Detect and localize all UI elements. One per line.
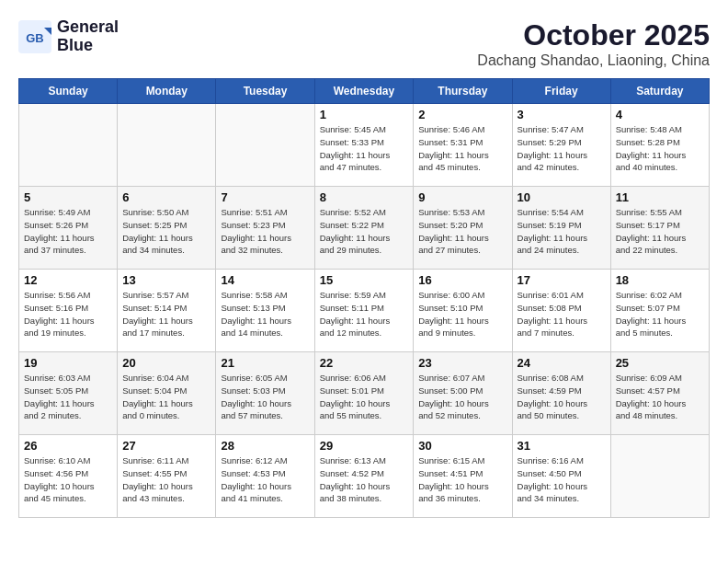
- day-cell-26: 26Sunrise: 6:10 AM Sunset: 4:56 PM Dayli…: [19, 435, 118, 518]
- day-number: 31: [518, 439, 606, 453]
- day-cell-3: 3Sunrise: 5:47 AM Sunset: 5:29 PM Daylig…: [512, 104, 610, 187]
- title-block: October 2025 Dachang Shandao, Liaoning, …: [477, 18, 710, 69]
- day-number: 12: [24, 273, 112, 287]
- day-number: 19: [24, 356, 112, 370]
- day-cell-28: 28Sunrise: 6:12 AM Sunset: 4:53 PM Dayli…: [216, 435, 314, 518]
- day-cell-6: 6Sunrise: 5:50 AM Sunset: 5:25 PM Daylig…: [118, 187, 216, 270]
- day-number: 21: [221, 356, 309, 370]
- page-header: GB General Blue October 2025 Dachang Sha…: [18, 18, 710, 69]
- day-number: 7: [221, 190, 309, 204]
- day-number: 26: [24, 439, 112, 453]
- weekday-header-wednesday: Wednesday: [314, 79, 414, 104]
- day-cell-14: 14Sunrise: 5:58 AM Sunset: 5:13 PM Dayli…: [216, 270, 314, 352]
- day-info: Sunrise: 5:56 AM Sunset: 5:16 PM Dayligh…: [24, 289, 112, 339]
- day-info: Sunrise: 6:00 AM Sunset: 5:10 PM Dayligh…: [418, 289, 506, 339]
- weekday-header-thursday: Thursday: [414, 79, 512, 104]
- calendar-week-3: 12Sunrise: 5:56 AM Sunset: 5:16 PM Dayli…: [19, 270, 710, 352]
- day-info: Sunrise: 6:06 AM Sunset: 5:01 PM Dayligh…: [320, 372, 409, 422]
- weekday-header-tuesday: Tuesday: [216, 79, 314, 104]
- day-cell-31: 31Sunrise: 6:16 AM Sunset: 4:50 PM Dayli…: [512, 435, 610, 518]
- empty-cell: [118, 104, 216, 187]
- day-info: Sunrise: 5:48 AM Sunset: 5:28 PM Dayligh…: [616, 123, 704, 174]
- day-cell-24: 24Sunrise: 6:08 AM Sunset: 4:59 PM Dayli…: [512, 352, 610, 435]
- calendar-week-5: 26Sunrise: 6:10 AM Sunset: 4:56 PM Dayli…: [19, 435, 710, 518]
- day-cell-2: 2Sunrise: 5:46 AM Sunset: 5:31 PM Daylig…: [414, 104, 512, 187]
- day-cell-11: 11Sunrise: 5:55 AM Sunset: 5:17 PM Dayli…: [610, 187, 709, 270]
- day-number: 3: [518, 108, 606, 121]
- day-number: 24: [518, 356, 606, 370]
- day-info: Sunrise: 6:04 AM Sunset: 5:04 PM Dayligh…: [122, 372, 210, 422]
- day-cell-13: 13Sunrise: 5:57 AM Sunset: 5:14 PM Dayli…: [118, 270, 216, 352]
- day-number: 2: [418, 108, 506, 121]
- day-number: 15: [320, 273, 409, 287]
- weekday-header-saturday: Saturday: [610, 79, 709, 104]
- day-number: 20: [122, 356, 210, 370]
- day-number: 18: [616, 273, 704, 287]
- day-number: 13: [122, 273, 210, 287]
- day-number: 14: [221, 273, 309, 287]
- day-info: Sunrise: 5:54 AM Sunset: 5:19 PM Dayligh…: [518, 206, 606, 257]
- day-cell-30: 30Sunrise: 6:15 AM Sunset: 4:51 PM Dayli…: [414, 435, 512, 518]
- day-cell-27: 27Sunrise: 6:11 AM Sunset: 4:55 PM Dayli…: [118, 435, 216, 518]
- empty-cell: [19, 104, 118, 187]
- day-info: Sunrise: 5:49 AM Sunset: 5:26 PM Dayligh…: [24, 206, 112, 257]
- day-number: 29: [320, 439, 409, 453]
- day-number: 10: [518, 190, 606, 204]
- day-info: Sunrise: 5:55 AM Sunset: 5:17 PM Dayligh…: [616, 206, 704, 257]
- calendar-week-1: 1Sunrise: 5:45 AM Sunset: 5:33 PM Daylig…: [19, 104, 710, 187]
- day-cell-15: 15Sunrise: 5:59 AM Sunset: 5:11 PM Dayli…: [314, 270, 414, 352]
- day-number: 28: [221, 439, 309, 453]
- day-cell-10: 10Sunrise: 5:54 AM Sunset: 5:19 PM Dayli…: [512, 187, 610, 270]
- day-info: Sunrise: 5:57 AM Sunset: 5:14 PM Dayligh…: [122, 289, 210, 339]
- day-cell-19: 19Sunrise: 6:03 AM Sunset: 5:05 PM Dayli…: [19, 352, 118, 435]
- day-info: Sunrise: 5:45 AM Sunset: 5:33 PM Dayligh…: [320, 123, 409, 174]
- weekday-header-row: SundayMondayTuesdayWednesdayThursdayFrid…: [19, 79, 710, 104]
- day-info: Sunrise: 5:52 AM Sunset: 5:22 PM Dayligh…: [320, 206, 409, 257]
- day-info: Sunrise: 6:01 AM Sunset: 5:08 PM Dayligh…: [518, 289, 606, 339]
- location-title: Dachang Shandao, Liaoning, China: [477, 52, 710, 69]
- month-title: October 2025: [477, 18, 710, 52]
- day-info: Sunrise: 6:12 AM Sunset: 4:53 PM Dayligh…: [221, 454, 309, 505]
- day-cell-1: 1Sunrise: 5:45 AM Sunset: 5:33 PM Daylig…: [314, 104, 414, 187]
- day-number: 16: [418, 273, 506, 287]
- day-info: Sunrise: 5:53 AM Sunset: 5:20 PM Dayligh…: [418, 206, 506, 257]
- day-info: Sunrise: 5:46 AM Sunset: 5:31 PM Dayligh…: [418, 123, 506, 174]
- day-number: 5: [24, 190, 112, 204]
- day-cell-12: 12Sunrise: 5:56 AM Sunset: 5:16 PM Dayli…: [19, 270, 118, 352]
- weekday-header-monday: Monday: [118, 79, 216, 104]
- day-cell-17: 17Sunrise: 6:01 AM Sunset: 5:08 PM Dayli…: [512, 270, 610, 352]
- day-cell-5: 5Sunrise: 5:49 AM Sunset: 5:26 PM Daylig…: [19, 187, 118, 270]
- day-info: Sunrise: 6:15 AM Sunset: 4:51 PM Dayligh…: [418, 454, 506, 505]
- day-cell-22: 22Sunrise: 6:06 AM Sunset: 5:01 PM Dayli…: [314, 352, 414, 435]
- day-info: Sunrise: 6:08 AM Sunset: 4:59 PM Dayligh…: [518, 372, 606, 422]
- day-info: Sunrise: 6:10 AM Sunset: 4:56 PM Dayligh…: [24, 454, 112, 505]
- calendar-table: SundayMondayTuesdayWednesdayThursdayFrid…: [18, 78, 710, 518]
- logo-icon: GB: [18, 20, 51, 53]
- day-number: 17: [518, 273, 606, 287]
- day-number: 6: [122, 190, 210, 204]
- day-info: Sunrise: 6:02 AM Sunset: 5:07 PM Dayligh…: [616, 289, 704, 339]
- day-info: Sunrise: 6:07 AM Sunset: 5:00 PM Dayligh…: [418, 372, 506, 422]
- day-info: Sunrise: 5:47 AM Sunset: 5:29 PM Dayligh…: [518, 123, 606, 174]
- weekday-header-sunday: Sunday: [19, 79, 118, 104]
- day-number: 8: [320, 190, 409, 204]
- day-number: 11: [616, 190, 704, 204]
- day-cell-4: 4Sunrise: 5:48 AM Sunset: 5:28 PM Daylig…: [610, 104, 709, 187]
- day-cell-29: 29Sunrise: 6:13 AM Sunset: 4:52 PM Dayli…: [314, 435, 414, 518]
- logo-line1: General: [57, 18, 119, 37]
- logo: GB General Blue: [18, 18, 119, 55]
- day-info: Sunrise: 6:05 AM Sunset: 5:03 PM Dayligh…: [221, 372, 309, 422]
- day-cell-21: 21Sunrise: 6:05 AM Sunset: 5:03 PM Dayli…: [216, 352, 314, 435]
- day-info: Sunrise: 5:59 AM Sunset: 5:11 PM Dayligh…: [320, 289, 409, 339]
- calendar-week-4: 19Sunrise: 6:03 AM Sunset: 5:05 PM Dayli…: [19, 352, 710, 435]
- empty-cell: [610, 435, 709, 518]
- weekday-header-friday: Friday: [512, 79, 610, 104]
- day-number: 27: [122, 439, 210, 453]
- day-number: 25: [616, 356, 704, 370]
- day-number: 30: [418, 439, 506, 453]
- day-cell-20: 20Sunrise: 6:04 AM Sunset: 5:04 PM Dayli…: [118, 352, 216, 435]
- day-info: Sunrise: 6:13 AM Sunset: 4:52 PM Dayligh…: [320, 454, 409, 505]
- day-cell-9: 9Sunrise: 5:53 AM Sunset: 5:20 PM Daylig…: [414, 187, 512, 270]
- day-cell-25: 25Sunrise: 6:09 AM Sunset: 4:57 PM Dayli…: [610, 352, 709, 435]
- day-info: Sunrise: 6:03 AM Sunset: 5:05 PM Dayligh…: [24, 372, 112, 422]
